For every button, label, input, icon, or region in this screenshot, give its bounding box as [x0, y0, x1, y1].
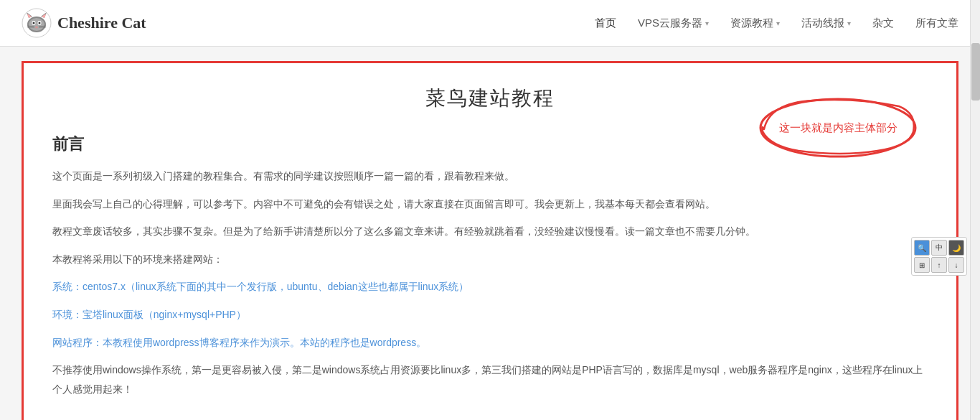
logo-text: Cheshire Cat [57, 14, 146, 32]
scrollbar-thumb[interactable] [971, 43, 980, 101]
paragraph-3: 教程文章废话较多，其实步骤不复杂。但是为了给新手讲清楚所以分了这么多篇文章来讲。… [52, 222, 928, 241]
svg-text:这一块就是内容主体部分: 这一块就是内容主体部分 [779, 121, 897, 134]
nav-item-misc[interactable]: 杂文 [872, 17, 894, 30]
logo-link[interactable]: Cheshire Cat [22, 8, 146, 38]
paragraph-8: 不推荐使用windows操作系统，第一是更容易被入侵，第二是windows系统占… [52, 360, 928, 398]
paragraph-2: 里面我会写上自己的心得理解，可以参考下。内容中不可避免的会有错误之处，请大家直接… [52, 195, 928, 214]
header: Cheshire Cat 首页 VPS云服务器 ▾ 资源教程 ▾ 活动线报 ▾ … [0, 0, 980, 47]
paragraph-6: 环境：宝塔linux面板（nginx+mysql+PHP） [52, 305, 928, 325]
paragraph-5: 系统：centos7.x（linux系统下面的其中一个发行版，ubuntu、de… [52, 277, 928, 297]
toolbar-lang-btn[interactable]: 中 [931, 240, 947, 256]
toolbar-down-btn[interactable]: ↓ [948, 257, 964, 273]
paragraph-4: 本教程将采用以下的环境来搭建网站： [52, 250, 928, 269]
paragraph-1: 这个页面是一系列初级入门搭建的教程集合。有需求的同学建议按照顺序一篇一篇的看，跟… [52, 167, 928, 186]
svg-point-10 [39, 22, 41, 24]
toolbar-moon-btn[interactable]: 🌙 [948, 240, 964, 256]
nav-item-resources[interactable]: 资源教程 ▾ [730, 17, 780, 30]
toolbar-up-btn[interactable]: ↑ [931, 257, 947, 273]
svg-point-9 [33, 22, 35, 24]
content-box: 菜鸟建站教程 这一块就是内容主体部分 前言 这个页面是一系列初级入门搭建的教程集… [22, 61, 958, 420]
chevron-down-icon: ▾ [776, 19, 780, 27]
toolbar-row-1: 🔍 中 🌙 [914, 240, 964, 256]
floating-toolbar: 🔍 中 🌙 ⊞ ↑ ↓ [911, 237, 967, 276]
main-wrapper: 菜鸟建站教程 这一块就是内容主体部分 前言 这个页面是一系列初级入门搭建的教程集… [0, 47, 980, 420]
scrollbar[interactable] [970, 0, 980, 420]
logo-icon [22, 8, 52, 38]
toolbar-grid-btn[interactable]: ⊞ [914, 257, 930, 273]
nav-item-home[interactable]: 首页 [595, 17, 616, 30]
nav-item-all-articles[interactable]: 所有文章 [915, 17, 958, 30]
paragraph-7: 网站程序：本教程使用wordpress博客程序来作为演示。本站的程序也是word… [52, 333, 928, 353]
annotation-overlay: 这一块就是内容主体部分 [755, 92, 899, 149]
svg-point-2 [29, 18, 44, 31]
toolbar-row-2: ⊞ ↑ ↓ [914, 257, 964, 273]
chevron-down-icon: ▾ [847, 19, 851, 27]
nav-item-events[interactable]: 活动线报 ▾ [801, 17, 851, 30]
toolbar-search-btn[interactable]: 🔍 [914, 240, 930, 256]
chevron-down-icon: ▾ [705, 19, 709, 27]
nav-item-vps[interactable]: VPS云服务器 ▾ [638, 17, 709, 30]
main-nav: 首页 VPS云服务器 ▾ 资源教程 ▾ 活动线报 ▾ 杂文 所有文章 [595, 17, 958, 30]
